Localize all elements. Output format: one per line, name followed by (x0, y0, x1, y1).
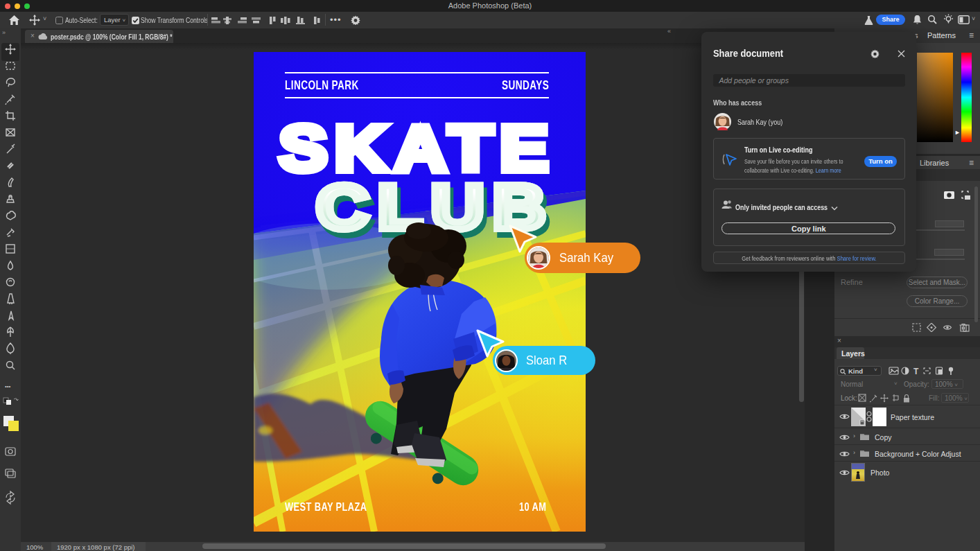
svg-text:•••: ••• (5, 383, 11, 390)
svg-text:T: T (913, 367, 919, 376)
